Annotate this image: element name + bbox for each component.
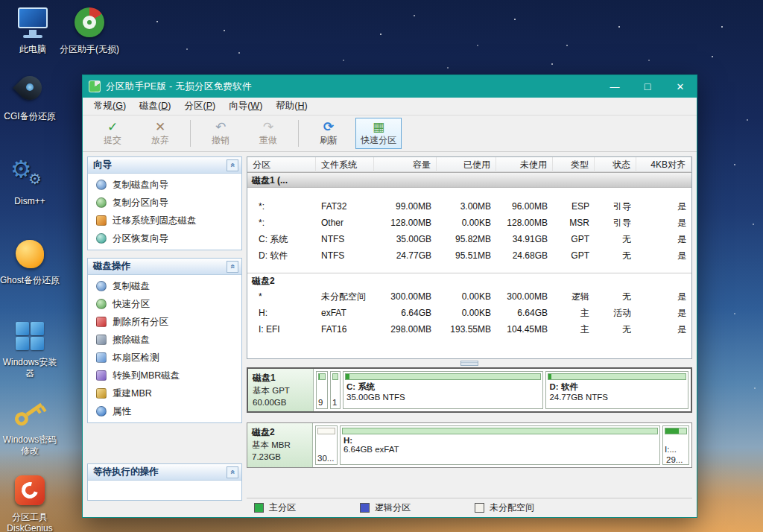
- table-cell: 95.82MB: [437, 234, 496, 244]
- disk1-label[interactable]: 磁盘1 基本 GPT 60.00GB: [248, 369, 314, 411]
- collapse-icon: «: [229, 162, 237, 167]
- desktop-icon-diskgenius[interactable]: 分区工具 DiskGenius: [0, 474, 60, 532]
- desktop-icon-windows-installer[interactable]: Windows安装器: [0, 319, 60, 379]
- table-cell: 无: [595, 233, 636, 246]
- column-header[interactable]: 状态: [595, 157, 636, 172]
- table-cell: 主: [553, 307, 595, 320]
- column-header[interactable]: 文件系统: [316, 157, 374, 172]
- collapse-button[interactable]: «: [227, 159, 238, 171]
- collapse-button[interactable]: «: [227, 466, 238, 478]
- desktop-icon-label: 此电脑: [3, 44, 63, 55]
- sidebar-item-copy-disk-wizard[interactable]: 复制磁盘向导: [88, 176, 241, 194]
- column-header[interactable]: 已使用: [437, 157, 496, 172]
- sidebar-item-properties[interactable]: 属性: [88, 402, 241, 420]
- partition-detail: 24.77GB NTFS: [546, 393, 688, 402]
- commit-button[interactable]: ✓ 提交: [92, 118, 133, 149]
- partition-label: I:...: [663, 445, 688, 454]
- pending-operations-list: [88, 481, 241, 500]
- legend-primary: 主分区: [254, 501, 296, 514]
- usage-bar: [665, 428, 687, 434]
- desktop-icon-label: 分区工具 DiskGenius: [0, 512, 60, 532]
- sidebar-item-migrate-os[interactable]: 迁移系统到固态磁盘: [88, 212, 241, 229]
- column-header[interactable]: 4KB对齐: [636, 157, 691, 172]
- sidebar-item-bad-sector-check[interactable]: 坏扇区检测: [88, 349, 241, 367]
- table-cell: 34.91GB: [496, 234, 553, 244]
- partition-block-msr[interactable]: 1: [330, 371, 341, 409]
- desktop-icon-dism[interactable]: ⚙⚙ Dism++: [0, 158, 60, 207]
- disk2-row[interactable]: 磁盘2 基本 MBR 7.23GB 30... H: 6.64GB exFAT: [247, 422, 692, 468]
- table-row[interactable]: *: FAT32 99.00MB 3.00MB 96.00MB ESP 引导 是: [247, 198, 691, 215]
- table-cell: *: [247, 291, 316, 302]
- windows-password-icon: [10, 396, 49, 432]
- quick-partition-button[interactable]: ▦ 快速分区: [355, 118, 402, 149]
- redo-button[interactable]: ↷ 重做: [247, 118, 289, 149]
- column-header[interactable]: 类型: [553, 157, 595, 172]
- partition-block-i[interactable]: I:... 29...: [662, 425, 689, 465]
- desktop-icon-ghost-backup[interactable]: Ghost备份还原: [0, 237, 60, 286]
- sidebar-item-copy-partition-wizard[interactable]: 复制分区向导: [88, 194, 241, 212]
- table-row[interactable]: H: exFAT 6.64GB 0.00KB 6.64GB 主 活动 是: [247, 305, 691, 321]
- table-cell: 引导: [595, 200, 636, 213]
- minimize-button[interactable]: —: [598, 75, 631, 98]
- menu-wizard[interactable]: 向导(W): [222, 98, 269, 115]
- sidebar-item-convert-to-mbr[interactable]: 转换到MBR磁盘: [88, 367, 241, 384]
- desktop-icon-this-pc[interactable]: 此电脑: [3, 6, 63, 55]
- disk1-row[interactable]: 磁盘1 基本 GPT 60.00GB 9 1: [247, 367, 692, 413]
- close-button[interactable]: ✕: [664, 75, 697, 98]
- menu-disk[interactable]: 磁盘(D): [133, 98, 177, 115]
- sidebar-item-rebuild-mbr[interactable]: 重建MBR: [88, 384, 241, 402]
- table-cell: 6.64GB: [496, 308, 553, 318]
- menu-general[interactable]: 常规(G): [87, 98, 133, 115]
- sidebar-item-wipe-disk[interactable]: 擦除磁盘: [88, 331, 241, 349]
- panel-title: 向导: [93, 159, 112, 171]
- refresh-label: 刷新: [320, 134, 338, 147]
- pane-splitter[interactable]: [247, 359, 692, 367]
- quick-partition-label: 快速分区: [361, 134, 396, 147]
- collapse-button[interactable]: «: [227, 261, 238, 273]
- column-header[interactable]: 容量: [374, 157, 437, 172]
- table-cell: GPT: [553, 234, 595, 244]
- table-cell: 活动: [595, 307, 636, 320]
- sidebar-item-delete-all-partitions[interactable]: 删除所有分区: [88, 313, 241, 331]
- column-header[interactable]: 分区: [247, 157, 316, 172]
- disk1-group-row[interactable]: 磁盘1 (...: [247, 172, 691, 188]
- sidebar-item-partition-recovery[interactable]: 分区恢复向导: [88, 229, 241, 247]
- menu-partition[interactable]: 分区(P): [177, 98, 222, 115]
- partition-block-c[interactable]: C: 系统 35.00GB NTFS: [343, 371, 543, 409]
- wizard-panel-header: 向导 «: [88, 157, 241, 174]
- discard-button[interactable]: ✕ 放弃: [139, 118, 181, 149]
- desktop-icon-cgi-backup[interactable]: CGI备份还原: [0, 73, 60, 122]
- quick-partition-icon: ▦: [373, 120, 384, 133]
- undo-button[interactable]: ↶ 撤销: [200, 118, 241, 149]
- partition-block-esp[interactable]: 9: [316, 371, 328, 409]
- sidebar-item-label: 快速分区: [113, 298, 150, 311]
- desktop-icon-windows-password[interactable]: Windows密码修改: [0, 396, 60, 457]
- table-row[interactable]: I: EFI FAT16 298.00MB 193.55MB 104.45MB …: [247, 321, 691, 338]
- disk2-group-row[interactable]: 磁盘2: [247, 273, 691, 288]
- column-header[interactable]: 未使用: [496, 157, 553, 172]
- table-row[interactable]: D: 软件 NTFS 24.77GB 95.51MB 24.68GB GPT 无…: [247, 247, 691, 264]
- properties-icon: [96, 406, 107, 417]
- desktop-icon-partition-assistant[interactable]: 分区助手(无损): [60, 6, 119, 55]
- partition-block-unallocated[interactable]: 30...: [315, 425, 338, 465]
- maximize-button[interactable]: □: [631, 75, 664, 98]
- sidebar-item-label: 复制磁盘向导: [113, 179, 168, 191]
- table-cell: 300.00MB: [496, 291, 553, 302]
- menu-help[interactable]: 帮助(H): [269, 98, 314, 115]
- partition-block-h[interactable]: H: 6.64GB exFAT: [340, 425, 660, 465]
- disk-name: 磁盘1: [253, 372, 308, 384]
- table-cell: 128.00MB: [374, 218, 437, 228]
- table-row[interactable]: C: 系统 NTFS 35.00GB 95.82MB 34.91GB GPT 无…: [247, 231, 691, 247]
- titlebar[interactable]: 分区助手PE版 - 无损分区免费软件 — □ ✕: [83, 75, 697, 98]
- table-row[interactable]: * 未分配空间 300.00MB 0.00KB 300.00MB 逻辑 无 是: [247, 288, 691, 305]
- disk2-label[interactable]: 磁盘2 基本 MBR 7.23GB: [247, 423, 313, 467]
- legend-label: 未分配空间: [490, 501, 534, 514]
- usage-bar: [318, 373, 326, 380]
- sidebar-item-quick-partition[interactable]: 快速分区: [88, 295, 241, 313]
- legend-label: 主分区: [269, 501, 296, 514]
- table-row[interactable]: *: Other 128.00MB 0.00KB 128.00MB MSR 引导…: [247, 215, 691, 231]
- sidebar-item-copy-disk[interactable]: 复制磁盘: [88, 277, 241, 295]
- partition-block-d[interactable]: D: 软件 24.77GB NTFS: [545, 371, 688, 409]
- window-title: 分区助手PE版 - 无损分区免费软件: [106, 80, 252, 93]
- refresh-button[interactable]: ⟳ 刷新: [308, 118, 349, 149]
